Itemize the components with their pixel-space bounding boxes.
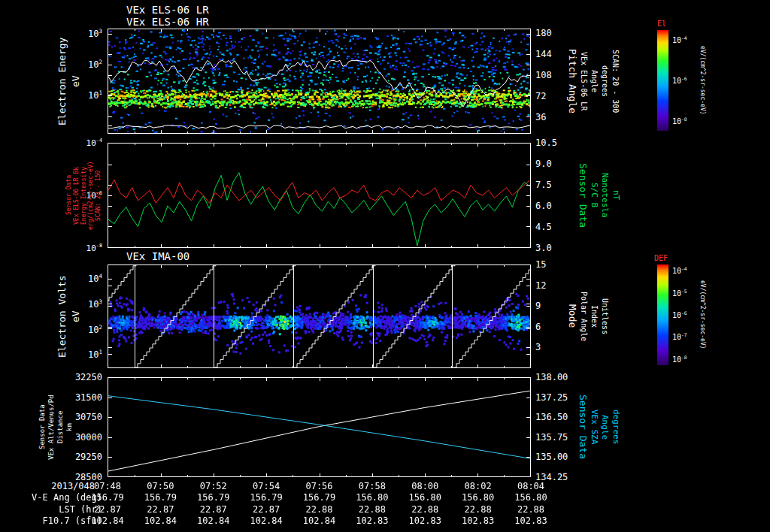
panel3-right-axis-title: ModePolar AngleIndexUnitless bbox=[567, 264, 609, 368]
panel3-right-tick-labels: 1512963 bbox=[534, 264, 568, 368]
tick-label: 10.5 bbox=[535, 138, 557, 148]
tick-label: 10-6 bbox=[672, 76, 687, 85]
panel4-right-tick-labels: 138.00137.25136.50135.75135.00134.25 bbox=[534, 377, 570, 477]
panel3-ima-spectrogram bbox=[108, 264, 531, 368]
colorbar1-tick-labels: 10-410-610-8 bbox=[671, 30, 698, 131]
axis-title-line: eV/(cm^2-sr-sec-eV) bbox=[699, 264, 705, 365]
time-tick-label: 07:52 bbox=[195, 481, 232, 491]
row-value: 156.79 bbox=[140, 492, 180, 503]
tick-label: 10-7 bbox=[672, 332, 687, 341]
tick-label: 135.00 bbox=[535, 452, 568, 462]
time-tick-label: 07:50 bbox=[141, 481, 179, 491]
tick-label: 180 bbox=[535, 28, 552, 38]
axis-title-line: Angle bbox=[600, 377, 609, 477]
panel1-left-tick-labels: 103102101 bbox=[72, 29, 104, 134]
axis-title-line: S/C B bbox=[590, 143, 599, 248]
axis-title-line: VEx ELS-06 LR bbox=[580, 29, 588, 134]
tick-label: 7.5 bbox=[535, 180, 552, 190]
panel3-left-tick-labels: 104103102101 bbox=[72, 264, 104, 368]
time-tick-label: 08:02 bbox=[459, 481, 497, 491]
row-value: 156.79 bbox=[299, 492, 340, 503]
row-value: 156.80 bbox=[511, 492, 551, 503]
tick-label: 101 bbox=[88, 89, 102, 101]
axis-title-line: SCAN: 20 - 300 bbox=[611, 29, 620, 134]
row-value: 156.79 bbox=[87, 492, 128, 503]
panel3-title: VEx IMA-00 bbox=[126, 250, 189, 262]
row-value: 102.83 bbox=[352, 515, 393, 526]
axis-title-line: Sensor Data bbox=[578, 143, 588, 248]
tick-label: 10-4 bbox=[86, 138, 102, 148]
tick-label: 10-6 bbox=[86, 190, 102, 201]
tick-label: 104 bbox=[88, 272, 102, 283]
tick-label: 9 bbox=[535, 301, 541, 311]
time-tick-label: 08:00 bbox=[406, 481, 444, 491]
axis-title-line: VEx Alt/Venus/Pd bbox=[48, 377, 56, 477]
tick-label: 108 bbox=[535, 70, 552, 80]
axis-title-line: Distance bbox=[57, 377, 65, 477]
tick-label: 10-4 bbox=[672, 35, 687, 44]
tick-label: 36 bbox=[535, 112, 546, 122]
tick-label: 10-8 bbox=[672, 116, 687, 125]
tick-label: 134.25 bbox=[535, 472, 568, 482]
row-value: 22.88 bbox=[511, 504, 551, 515]
row-value: 156.79 bbox=[246, 492, 286, 503]
row-value: 102.84 bbox=[246, 515, 286, 526]
tick-label: 10-8 bbox=[86, 243, 102, 253]
tick-label: 10-6 bbox=[672, 310, 687, 319]
panel4-left-axis-title: Sensor DataVEx Alt/Venus/PdDistancekm bbox=[39, 377, 74, 477]
panel2-right-axis-title: Sensor DataS/C BNanoteslanT bbox=[578, 143, 620, 248]
row-label: LST (hr) bbox=[0, 504, 102, 515]
colorbar2 bbox=[657, 264, 668, 368]
tick-label: 6.0 bbox=[535, 201, 552, 211]
panel4-right-axis-title: Sensor DataVEx SZAAngledegrees bbox=[578, 377, 620, 477]
tick-label: 136.50 bbox=[535, 412, 568, 422]
tick-label: 72 bbox=[535, 91, 546, 101]
axis-title-line: degrees bbox=[611, 377, 620, 477]
axis-title-line: Mode bbox=[567, 264, 578, 368]
panel3-spectrogram-canvas bbox=[108, 265, 530, 367]
axis-title-line: Electron Energy bbox=[57, 29, 68, 134]
row-value: 22.88 bbox=[458, 504, 499, 515]
panel2-lines-canvas bbox=[108, 144, 530, 247]
panel1-spectrogram-canvas bbox=[108, 29, 530, 133]
axis-title-line: nT bbox=[611, 143, 620, 248]
tick-label: 103 bbox=[88, 298, 102, 309]
tick-label: 102 bbox=[88, 323, 102, 334]
axis-title-line: Index bbox=[590, 264, 599, 368]
panel4-orbit-plot bbox=[108, 377, 531, 477]
tick-label: 102 bbox=[88, 59, 102, 70]
colorbar1-units: eV/(cm^2-sr-sec-eV) bbox=[699, 30, 705, 131]
row-value: 22.87 bbox=[246, 504, 286, 515]
axis-title-line: eV/(cm^2-sr-sec-eV) bbox=[699, 30, 705, 131]
tick-label: 137.25 bbox=[535, 392, 568, 403]
vex-quicklook-plot-page: VEx ELS-06 LR VEx ELS-06 HR Electron Ene… bbox=[0, 0, 770, 532]
time-tick-label: 07:56 bbox=[301, 481, 338, 491]
time-tick-label: 07:58 bbox=[353, 481, 391, 491]
row-value: 102.83 bbox=[458, 515, 499, 526]
tick-label: 15 bbox=[535, 259, 546, 270]
tick-label: 3 bbox=[535, 342, 541, 352]
tick-label: 30000 bbox=[75, 432, 102, 443]
colorbar1 bbox=[657, 30, 668, 134]
axis-title-line: Electron Volts bbox=[57, 264, 68, 368]
colorbar2-units: eV/(cm^2-sr-sec-eV) bbox=[699, 264, 705, 365]
panel4-lines-canvas bbox=[108, 378, 530, 476]
tick-label: 10-8 bbox=[672, 355, 687, 364]
tick-label: 144 bbox=[535, 49, 552, 59]
row-value: 22.87 bbox=[193, 504, 234, 515]
row-value: 22.88 bbox=[352, 504, 393, 515]
axis-title-line: Pitch Angle bbox=[567, 29, 578, 134]
colorbar2-tick-labels: 10-410-510-610-710-8 bbox=[671, 264, 698, 365]
row-value: 22.88 bbox=[405, 504, 445, 515]
row-value: 156.80 bbox=[405, 492, 445, 503]
panel1-els-spectrogram bbox=[108, 29, 531, 134]
tick-label: 32250 bbox=[75, 372, 102, 382]
axis-title-line: Nanotesla bbox=[600, 143, 609, 248]
tick-label: 3.0 bbox=[535, 243, 552, 253]
row-value: 156.79 bbox=[193, 492, 234, 503]
row-value: 102.84 bbox=[299, 515, 340, 526]
row-label: F10.7 (sfu) bbox=[0, 515, 102, 526]
panel1-title-lr: VEx ELS-06 LR bbox=[126, 4, 209, 16]
row-value: 22.87 bbox=[87, 504, 128, 515]
row-value: 102.84 bbox=[193, 515, 234, 526]
